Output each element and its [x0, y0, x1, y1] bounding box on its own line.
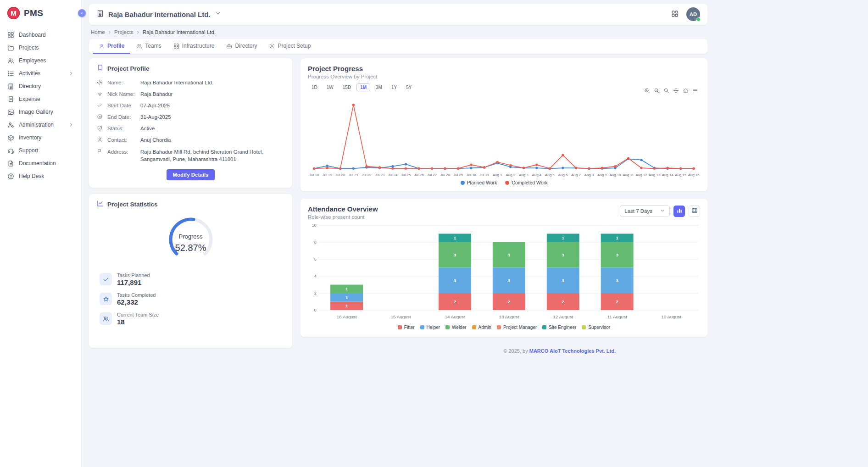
sidebar-item-documentation[interactable]: Documentation: [0, 157, 81, 170]
range-button-1m[interactable]: 1M: [356, 83, 370, 91]
sidebar-item-employees[interactable]: Employees: [0, 54, 81, 67]
sidebar-item-projects[interactable]: Projects: [0, 41, 81, 54]
sidebar-item-dashboard[interactable]: Dashboard: [0, 28, 81, 41]
range-button-1d[interactable]: 1D: [308, 83, 321, 91]
administration-icon: [7, 122, 14, 128]
zoom-out-button[interactable]: [654, 88, 660, 94]
svg-text:14 August: 14 August: [445, 314, 465, 319]
stat-icon-box: [100, 312, 112, 325]
range-button-3m[interactable]: 3M: [372, 83, 386, 91]
svg-text:Jul 29: Jul 29: [453, 173, 463, 177]
company-name: Raja Bahadur International Ltd.: [108, 11, 211, 18]
legend-item-admin[interactable]: Admin: [472, 325, 491, 330]
sidebar-item-image-gallery[interactable]: Image Gallery: [0, 106, 81, 118]
legend-marker: [497, 325, 501, 329]
legend-label: Completed Work: [512, 180, 547, 185]
home-button[interactable]: [683, 88, 689, 94]
sidebar-item-inventory[interactable]: Inventory: [0, 131, 81, 144]
company-link[interactable]: MARCO AIoT Technologies Pvt. Ltd.: [529, 348, 616, 354]
tab-bar: ProfileTeamsInfrastructureDirectoryProje…: [89, 39, 707, 54]
date-range-select[interactable]: Last 7 Days: [620, 205, 670, 217]
person-icon: [97, 137, 103, 143]
table-view-button[interactable]: [689, 206, 700, 217]
profile-field-address: Address:Raja Bahadur Mill Rd, behind She…: [97, 148, 284, 163]
stat-item-tasks-planned: Tasks Planned117,891: [100, 272, 284, 286]
pan-button[interactable]: [673, 88, 679, 94]
legend-item-helper[interactable]: Helper: [420, 325, 440, 330]
tab-profile[interactable]: Profile: [93, 39, 130, 54]
sidebar-item-activities[interactable]: Activities: [0, 67, 81, 80]
search-button[interactable]: [663, 88, 669, 94]
table-icon: [691, 207, 698, 214]
legend-item-supervisor[interactable]: Supervisor: [582, 325, 610, 330]
attendance-bar-chart[interactable]: 024681016 August11115 August14 August233…: [308, 222, 700, 325]
chevron-left-icon: ‹: [81, 11, 83, 16]
logo-icon: M: [7, 7, 20, 19]
legend-marker: [398, 325, 402, 329]
tab-directory[interactable]: Directory: [220, 39, 263, 54]
sidebar-item-label: Documentation: [19, 160, 56, 167]
sidebar-item-label: Support: [19, 147, 38, 154]
bar-chart-svg: 024681016 August11115 August14 August233…: [308, 222, 700, 325]
tab-teams[interactable]: Teams: [130, 39, 167, 54]
sidebar-item-label: Directory: [19, 83, 41, 89]
zoom-in-button[interactable]: [644, 88, 650, 94]
tab-project-setup[interactable]: Project Setup: [263, 39, 317, 54]
svg-text:3: 3: [616, 278, 618, 283]
modify-details-button[interactable]: Modify Details: [167, 169, 215, 180]
svg-text:3: 3: [508, 278, 511, 283]
legend-item-planned-work[interactable]: Planned Work: [461, 180, 497, 185]
company-selector[interactable]: Raja Bahadur International Ltd.: [96, 10, 221, 19]
sidebar-item-help-desk[interactable]: Help Desk: [0, 170, 81, 183]
project-setup-tab-icon: [269, 43, 275, 49]
apps-grid-button[interactable]: [671, 10, 679, 19]
chart-view-button[interactable]: [673, 206, 685, 217]
legend-item-completed-work[interactable]: Completed Work: [505, 180, 547, 185]
range-button-15d[interactable]: 15D: [339, 83, 355, 91]
progress-line-chart[interactable]: Jul 18Jul 19Jul 20Jul 21Jul 22Jul 23Jul …: [308, 93, 700, 180]
legend-item-site-engineer[interactable]: Site Engineer: [542, 325, 576, 330]
stat-icon-box: [100, 293, 112, 305]
app-logo[interactable]: M PMS: [0, 0, 81, 28]
avatar[interactable]: AD: [686, 7, 700, 21]
breadcrumb-projects[interactable]: Projects: [114, 29, 134, 35]
svg-text:4: 4: [314, 274, 317, 278]
range-button-1y[interactable]: 1Y: [388, 83, 401, 91]
profile-field-contact: Contact:Anuj Chordia: [97, 136, 284, 144]
sidebar-item-directory[interactable]: Directory: [0, 80, 81, 93]
tab-infrastructure[interactable]: Infrastructure: [167, 39, 221, 54]
footer: © 2025, by MARCO AIoT Technologies Pvt. …: [300, 348, 707, 354]
field-value: 07-Apr-2025: [140, 102, 284, 109]
sidebar-item-support[interactable]: Support: [0, 144, 81, 157]
field-value: 31-Aug-2025: [140, 113, 284, 121]
svg-text:Aug 13: Aug 13: [649, 173, 661, 177]
legend-label: Project Manager: [503, 325, 537, 330]
stat-icon-box: [100, 273, 112, 285]
profile-field-nick-name: Nick Name:Raja Bahadur: [97, 90, 284, 98]
legend-item-fitter[interactable]: Fitter: [398, 325, 415, 330]
sidebar-collapse-button[interactable]: ‹: [78, 9, 86, 17]
gauge-label: Progress: [166, 233, 216, 240]
bar-chart-legend: FitterHelperWelderAdminProject ManagerSi…: [308, 325, 700, 330]
sidebar-item-label: Employees: [19, 57, 46, 64]
svg-text:2: 2: [454, 299, 456, 304]
legend-item-project-manager[interactable]: Project Manager: [497, 325, 537, 330]
range-button-5y[interactable]: 5Y: [402, 83, 415, 91]
legend-item-welder[interactable]: Welder: [445, 325, 467, 330]
sidebar-item-expense[interactable]: Expense: [0, 93, 81, 106]
chevron-right-icon: [68, 122, 74, 128]
svg-text:Aug 8: Aug 8: [584, 173, 594, 177]
chart-icon: [97, 200, 104, 207]
infrastructure-tab-icon: [173, 43, 179, 49]
menu-button[interactable]: [692, 88, 698, 94]
tab-label: Infrastructure: [182, 43, 215, 49]
project-statistics-card: Project Statistics Progress 52.87% Tasks…: [89, 194, 292, 348]
breadcrumb-home[interactable]: Home: [91, 29, 105, 35]
card-subtitle: Progress Overview by Project: [308, 74, 700, 79]
directory-tab-icon: [226, 43, 232, 49]
svg-text:Aug 6: Aug 6: [558, 173, 568, 177]
breadcrumb: Home › Projects › Raja Bahadur Internati…: [91, 29, 706, 35]
sidebar-item-administration[interactable]: Administration: [0, 118, 81, 131]
star-icon: [103, 296, 109, 302]
range-button-1w[interactable]: 1W: [323, 83, 337, 91]
